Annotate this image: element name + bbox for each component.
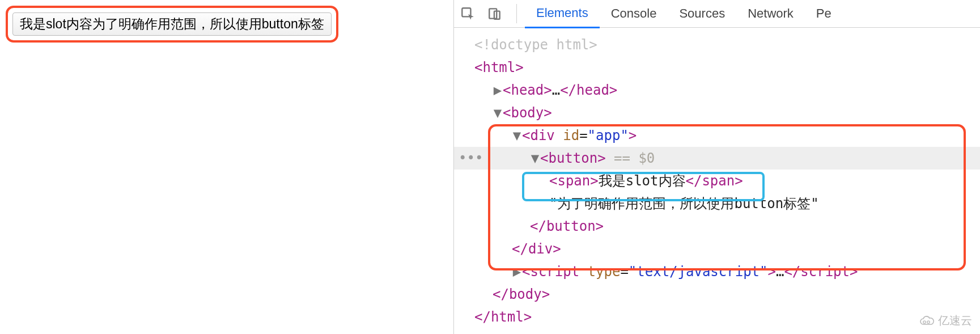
svg-rect-1 bbox=[489, 9, 497, 18]
expand-arrow-icon[interactable]: ▶ bbox=[512, 260, 522, 283]
dom-body-open[interactable]: ▼<body> bbox=[454, 102, 980, 124]
collapse-arrow-icon[interactable]: ▼ bbox=[493, 102, 503, 124]
selected-node-marker: == $0 bbox=[606, 150, 655, 166]
tab-separator bbox=[516, 4, 517, 23]
cloud-icon bbox=[919, 315, 935, 327]
dom-text: <head> bbox=[503, 82, 552, 98]
collapse-arrow-icon[interactable]: ▼ bbox=[530, 147, 540, 170]
dom-text: </head> bbox=[560, 82, 617, 98]
tab-network[interactable]: Network bbox=[736, 0, 805, 27]
dom-text: "为了明确作用范围，所以使用button标签" bbox=[549, 196, 819, 212]
dom-tree[interactable]: <!doctype html> <html> ▶<head>…</head> ▼… bbox=[454, 28, 980, 334]
dom-text: </div> bbox=[512, 241, 561, 257]
tab-console[interactable]: Console bbox=[600, 0, 668, 27]
dom-div-open[interactable]: ▼<div id="app"> bbox=[454, 124, 980, 147]
tab-overflow[interactable]: Pe bbox=[805, 0, 843, 27]
dom-text: </button> bbox=[530, 218, 604, 234]
dom-head[interactable]: ▶<head>…</head> bbox=[454, 79, 980, 102]
dom-text: type bbox=[588, 264, 621, 280]
page-preview: 我是slot内容为了明确作用范围，所以使用button标签 bbox=[0, 0, 453, 334]
watermark-text: 亿速云 bbox=[938, 313, 972, 328]
dom-row-selected[interactable]: ••• ▼<button> == $0 bbox=[454, 147, 980, 170]
dom-text: = bbox=[620, 264, 628, 280]
dom-text: <html> bbox=[474, 60, 524, 75]
tab-sources[interactable]: Sources bbox=[668, 0, 736, 27]
watermark: 亿速云 bbox=[919, 313, 972, 328]
expand-arrow-icon[interactable]: ▶ bbox=[493, 79, 503, 102]
dom-text: > bbox=[767, 264, 775, 280]
svg-point-4 bbox=[927, 320, 930, 323]
dom-text: <!doctype html> bbox=[474, 37, 597, 53]
dom-text: id bbox=[563, 128, 579, 143]
dom-text: 我是slot内容 bbox=[599, 173, 686, 189]
inspect-icon[interactable] bbox=[460, 6, 476, 22]
devtools-panel: Elements Console Sources Network Pe <!do… bbox=[453, 0, 980, 334]
dom-text: </script> bbox=[784, 264, 858, 280]
gutter-dots-icon: ••• bbox=[459, 147, 483, 170]
dom-button-close[interactable]: </button> bbox=[454, 215, 980, 238]
dom-doctype[interactable]: <!doctype html> bbox=[454, 33, 980, 56]
dom-text: </html> bbox=[474, 309, 532, 325]
dom-text: <button> bbox=[540, 150, 606, 166]
dom-button-open[interactable]: ▼<button> == $0 bbox=[454, 147, 980, 170]
dom-html-open[interactable]: <html> bbox=[454, 56, 980, 79]
device-toggle-icon[interactable] bbox=[487, 6, 503, 22]
dom-text: </body> bbox=[493, 286, 550, 302]
dom-span[interactable]: <span>我是slot内容</span> bbox=[454, 170, 980, 192]
dom-text: … bbox=[552, 82, 560, 98]
dom-body-close[interactable]: </body> bbox=[454, 283, 980, 306]
dom-text: <div bbox=[522, 128, 563, 143]
collapse-arrow-icon[interactable]: ▼ bbox=[512, 124, 522, 147]
annotation-highlight-button: 我是slot内容为了明确作用范围，所以使用button标签 bbox=[6, 6, 338, 43]
dom-text: </span> bbox=[686, 173, 743, 189]
devtools-tabbar: Elements Console Sources Network Pe bbox=[454, 0, 980, 28]
dom-div-close[interactable]: </div> bbox=[454, 238, 980, 260]
dom-text: > bbox=[629, 128, 637, 143]
dom-text-node[interactable]: "为了明确作用范围，所以使用button标签" bbox=[454, 192, 980, 215]
svg-point-3 bbox=[923, 320, 926, 323]
dom-text: <body> bbox=[503, 105, 552, 121]
dom-text: <script bbox=[522, 264, 588, 280]
dom-text: "app" bbox=[588, 128, 629, 143]
dom-text: <span> bbox=[549, 173, 599, 189]
dom-html-close[interactable]: </html> bbox=[454, 306, 980, 328]
slot-demo-button[interactable]: 我是slot内容为了明确作用范围，所以使用button标签 bbox=[12, 12, 332, 36]
dom-text: = bbox=[579, 128, 587, 143]
dom-text: … bbox=[776, 264, 784, 280]
tab-elements[interactable]: Elements bbox=[525, 0, 600, 28]
dom-text: "text/javascript" bbox=[629, 264, 768, 280]
dom-script[interactable]: ▶<script type="text/javascript">…</scrip… bbox=[454, 260, 980, 283]
